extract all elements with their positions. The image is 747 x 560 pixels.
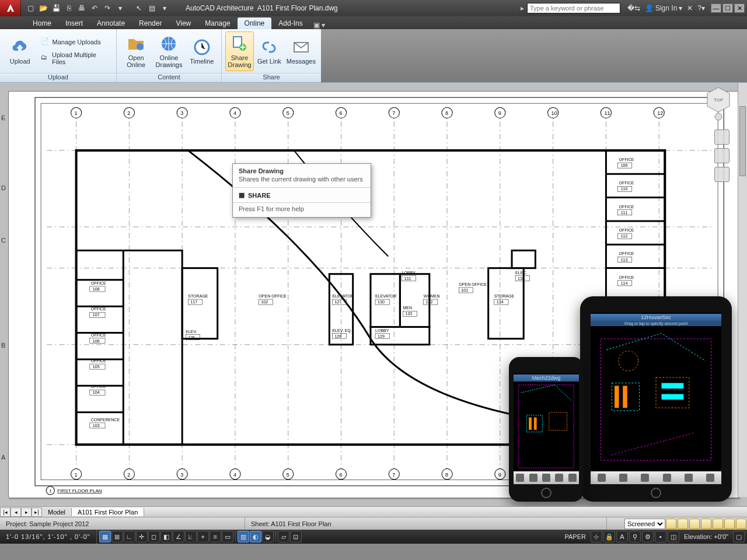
grid-icon[interactable]: ⊹ (591, 531, 602, 542)
save-icon[interactable]: 💾 (50, 2, 62, 14)
otrack-toggle[interactable]: ∠ (173, 531, 184, 542)
help-icon[interactable]: ?▾ (697, 4, 705, 12)
osnap-toggle[interactable]: ◻ (148, 531, 160, 542)
tab-addins[interactable]: Add-Ins (271, 18, 309, 29)
tab-render[interactable]: Render (132, 18, 169, 29)
dyn-toggle[interactable]: + (197, 531, 209, 542)
get-link-button[interactable]: Get Link (255, 35, 284, 68)
undo-icon[interactable]: ↶ (89, 2, 100, 14)
ducs-toggle[interactable]: ⟀ (185, 531, 197, 542)
ipad-toolbar (591, 471, 721, 484)
qat-dropdown-icon[interactable]: ▾ (114, 2, 126, 14)
hw-icon[interactable]: ▪ (655, 531, 666, 542)
status-icon[interactable] (713, 519, 723, 529)
elevation-label: Elevation: +0'0" (680, 533, 732, 540)
lock-icon[interactable]: 🔒 (603, 531, 615, 542)
status-icon[interactable] (678, 519, 688, 529)
annoscale-icon[interactable]: A (616, 531, 628, 542)
status-icon[interactable] (724, 519, 735, 529)
space-label[interactable]: PAPER (561, 533, 589, 540)
status-icon[interactable] (736, 519, 746, 529)
vertical-scrollbar[interactable] (738, 83, 747, 497)
app-menu-button[interactable] (0, 0, 21, 16)
minimize-button[interactable]: — (711, 4, 721, 13)
layer-icon[interactable]: ▤ (146, 2, 158, 14)
tab-manage[interactable]: Manage (198, 18, 237, 29)
open-online-button[interactable]: Open Online (120, 32, 152, 71)
tab-prev-icon[interactable]: ◂ (11, 508, 21, 517)
exchange-app-icon[interactable]: ✕ (687, 4, 693, 12)
upload-button[interactable]: Upload (4, 35, 37, 68)
layout-tab-model[interactable]: Model (42, 508, 72, 516)
ortho-toggle[interactable]: ∟ (124, 531, 135, 542)
cursor-icon[interactable]: ↖ (133, 2, 145, 14)
navigation-bar[interactable] (714, 130, 731, 182)
project-name: Project: Sample Project 2012 (0, 517, 245, 530)
sc-toggle[interactable]: ◐ (250, 531, 261, 542)
zoom-icon[interactable] (714, 148, 729, 163)
tab-next-icon[interactable]: ▸ (21, 508, 32, 517)
grid-toggle[interactable]: ⊞ (111, 531, 123, 542)
status-icon[interactable] (689, 519, 700, 529)
tab-view[interactable]: View (169, 18, 198, 29)
iso-icon[interactable]: ◫ (668, 531, 679, 542)
tab-focus-icon[interactable]: ▣ ▾ (313, 21, 325, 29)
window-title: AutoCAD Architecture A101 First Floor Pl… (186, 4, 338, 12)
model-toggle[interactable]: ▱ (278, 531, 289, 542)
3dosnap-toggle[interactable]: ◧ (160, 531, 172, 542)
drawing-area[interactable]: 1 12 23 34 45 56 67 78 89 910 1011 1112 … (0, 83, 747, 506)
timeline-button[interactable]: Timeline (186, 35, 218, 68)
viewcube[interactable]: TOP (705, 86, 732, 121)
layout-toggle[interactable]: ⊡ (290, 531, 302, 542)
polar-toggle[interactable]: ✛ (136, 531, 148, 542)
tab-online[interactable]: Online (238, 18, 272, 29)
qp-toggle[interactable]: ▥ (238, 531, 249, 542)
svg-text:7: 7 (392, 110, 395, 116)
svg-text:1: 1 (75, 472, 78, 478)
lwt-toggle[interactable]: ≡ (210, 531, 221, 542)
snap-toggle[interactable]: ▦ (99, 531, 111, 542)
svg-text:OFFICE: OFFICE (91, 281, 106, 285)
exchange-icon[interactable]: �⇆ (627, 4, 640, 12)
open-icon[interactable]: 📂 (37, 2, 49, 14)
tab-first-icon[interactable]: |◂ (0, 508, 11, 517)
online-drawings-button[interactable]: Online Drawings (153, 32, 184, 71)
am-toggle[interactable]: ◒ (262, 531, 274, 542)
command-icon: ▦ (239, 191, 245, 199)
tab-home[interactable]: Home (26, 18, 58, 29)
maximize-button[interactable]: ☐ (722, 4, 733, 13)
sign-in-button[interactable]: 👤 Sign In ▾ (645, 4, 682, 12)
tab-insert[interactable]: Insert (58, 18, 90, 29)
status-icon[interactable] (701, 519, 711, 529)
messages-button[interactable]: Messages (285, 35, 317, 68)
upload-multiple-button[interactable]: 🗂 Upload Multiple Files (38, 50, 113, 67)
qat-dropdown2-icon[interactable]: ▾ (159, 2, 170, 14)
svg-point-180 (715, 113, 722, 120)
svg-text:6: 6 (339, 110, 342, 116)
share-drawing-button[interactable]: Share Drawing (225, 32, 254, 71)
status-icon[interactable] (666, 519, 676, 529)
tab-last-icon[interactable]: ▸| (32, 508, 42, 517)
annovis-icon[interactable]: ⚲ (629, 531, 641, 542)
search-input[interactable] (527, 3, 620, 13)
pan-icon[interactable] (714, 130, 729, 145)
tpy-toggle[interactable]: ▭ (222, 531, 233, 542)
svg-text:11: 11 (604, 110, 610, 116)
ipad-device: 12HouseSec Drag or tap to specify second… (580, 296, 732, 502)
clean-icon[interactable]: ▢ (733, 531, 745, 542)
row-label: E (1, 114, 5, 121)
ws-icon[interactable]: ⚙ (642, 531, 654, 542)
visual-style-select[interactable]: Screened (624, 519, 665, 529)
close-button[interactable]: ✕ (734, 4, 745, 13)
layout-tab-a101[interactable]: A101 First Floor Plan (72, 508, 144, 516)
orbit-icon[interactable] (714, 167, 729, 182)
manage-uploads-button[interactable]: 📄 Manage Uploads (38, 36, 113, 48)
help-search[interactable]: ▸ (521, 3, 620, 13)
new-icon[interactable]: ▢ (25, 2, 36, 14)
link-icon (260, 38, 278, 57)
redo-icon[interactable]: ↷ (102, 2, 113, 14)
saveas-icon[interactable]: ⎘ (63, 2, 75, 14)
svg-rect-186 (623, 386, 627, 408)
print-icon[interactable]: 🖶 (76, 2, 88, 14)
tab-annotate[interactable]: Annotate (90, 18, 132, 29)
